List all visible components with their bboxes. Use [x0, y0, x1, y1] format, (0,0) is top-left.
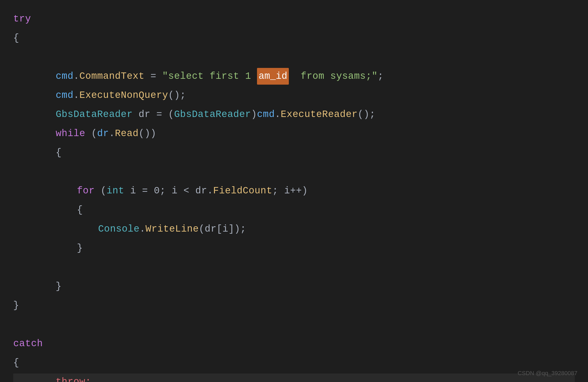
- code-token: {: [77, 202, 83, 218]
- code-line-for-line: for (int i = 0; i < dr.FieldCount; i++): [13, 183, 575, 202]
- code-token: while: [56, 125, 85, 142]
- code-token: (: [85, 125, 97, 142]
- code-token: {: [56, 144, 62, 161]
- code-token: cmd: [257, 106, 275, 123]
- code-token: WriteLine: [146, 221, 199, 237]
- code-line-blank-2: [13, 163, 575, 183]
- code-line-open-brace-1: {: [13, 30, 575, 49]
- code-token: CommandText: [79, 68, 145, 85]
- code-token: }: [56, 278, 62, 295]
- code-token: .: [73, 68, 79, 85]
- watermark: CSDN @qq_39280087: [518, 370, 577, 377]
- code-token: GbsDataReader: [174, 106, 251, 123]
- code-token: ExecuteNonQuery: [79, 87, 168, 104]
- code-line-close-brace-3: }: [13, 240, 575, 259]
- code-token: {: [13, 354, 19, 371]
- code-token: .: [140, 221, 145, 237]
- code-editor: try{ cmd.CommandText = "select first 1 a…: [0, 0, 588, 382]
- code-token: GbsDataReader: [56, 106, 133, 123]
- code-token: }: [13, 297, 19, 314]
- code-line-close-brace-2: }: [13, 278, 575, 297]
- code-token: from sysams;": [289, 68, 378, 85]
- code-token: for: [77, 183, 95, 199]
- code-token: =: [145, 68, 162, 85]
- code-token: (: [95, 183, 107, 199]
- code-line-while-line: while (dr.Read()): [13, 125, 575, 144]
- code-token: Console: [98, 221, 140, 237]
- code-line-blank-4: [13, 316, 575, 335]
- code-token: ExecuteReader: [281, 106, 358, 123]
- code-token: {: [13, 30, 19, 46]
- code-token: dr: [97, 125, 109, 142]
- code-token: ; i++): [272, 183, 308, 199]
- code-token: throw;: [56, 374, 91, 382]
- code-line-throw-line: throw;: [13, 374, 575, 382]
- code-line-open-brace-2: {: [13, 144, 575, 163]
- highlighted-token: am_id: [257, 68, 289, 85]
- code-token: catch: [13, 335, 43, 352]
- code-token: Read: [115, 125, 138, 142]
- code-token: i = 0; i < dr.: [124, 183, 213, 199]
- code-line-open-brace-4: {: [13, 354, 575, 374]
- code-token: FieldCount: [213, 183, 272, 199]
- code-token: .: [73, 87, 79, 104]
- code-line-try-keyword: try: [13, 11, 575, 30]
- code-line-catch-keyword: catch: [13, 335, 575, 354]
- code-token: cmd: [56, 68, 73, 85]
- code-line-cmd-executenonquery: cmd.ExecuteNonQuery();: [13, 87, 575, 106]
- code-token: .: [109, 125, 115, 142]
- code-token: ();: [358, 106, 376, 123]
- code-token: ()): [139, 125, 156, 142]
- code-line-blank-3: [13, 259, 575, 278]
- code-line-cmd-commandtext: cmd.CommandText = "select first 1 am_id …: [13, 68, 575, 87]
- code-token: "select first 1: [162, 68, 257, 85]
- code-token: try: [13, 11, 31, 27]
- code-token: }: [77, 240, 83, 257]
- code-token: ): [251, 106, 257, 123]
- code-token: dr = (: [133, 106, 174, 123]
- code-token: (dr[i]);: [199, 221, 246, 237]
- code-line-close-brace-1: }: [13, 297, 575, 316]
- code-token: int: [107, 183, 124, 199]
- code-token: ;: [378, 68, 384, 85]
- code-line-blank-1: [13, 49, 575, 68]
- code-line-gbsdatareader: GbsDataReader dr = (GbsDataReader)cmd.Ex…: [13, 106, 575, 125]
- code-token: .: [275, 106, 281, 123]
- code-line-console-writeline: Console.WriteLine(dr[i]);: [13, 221, 575, 240]
- code-token: ();: [168, 87, 186, 104]
- code-line-open-brace-3: {: [13, 202, 575, 221]
- code-token: cmd: [56, 87, 73, 104]
